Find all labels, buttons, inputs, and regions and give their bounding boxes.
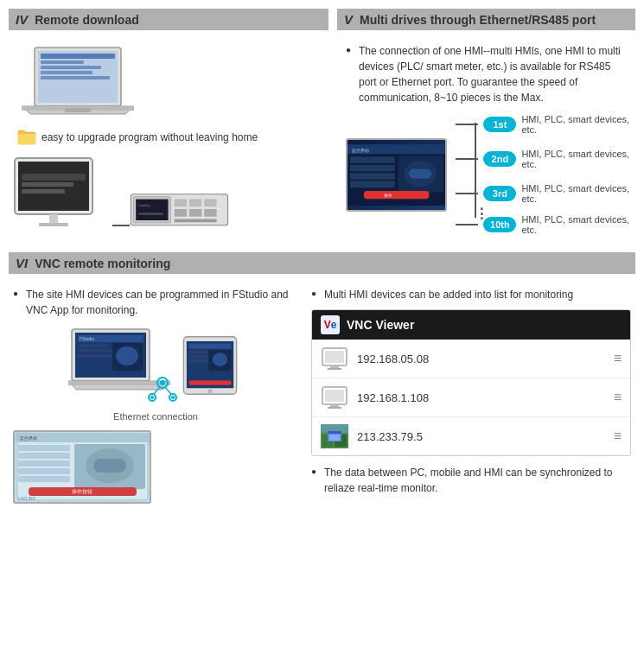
hmi-bottom-img: 监控界面 操: [13, 430, 151, 504]
easy-upgrade-text: easy to upgrade program without leaving …: [17, 130, 258, 145]
svg-point-67: [160, 380, 165, 385]
svg-rect-4: [41, 66, 101, 69]
svg-rect-85: [93, 459, 126, 473]
vnc-menu-2[interactable]: ≡: [614, 390, 622, 405]
laptop-svg: [17, 43, 138, 121]
cable-svg: [112, 217, 130, 234]
vnc-viewer-title: VNC Viewer: [347, 318, 414, 332]
svg-rect-33: [350, 164, 395, 171]
label-2nd: HMI, PLC, smart devices, etc.: [521, 149, 631, 169]
vnc-right: Multi HMI devices can be added into list…: [311, 287, 631, 504]
svg-rect-96: [328, 407, 341, 409]
section-num-v: V: [344, 12, 353, 27]
spacer2: [456, 171, 631, 181]
svg-point-71: [171, 396, 175, 399]
multi-drives-title: Multi drives through Ethernet/RS485 port: [360, 13, 596, 27]
svg-rect-82: [18, 476, 70, 482]
vnc-row-2[interactable]: 192.168.1.108 ≡: [312, 378, 630, 417]
section-num-iv: IV: [16, 12, 28, 27]
svg-rect-12: [22, 182, 73, 187]
vnc-header: VI VNC remote monitoring: [9, 252, 635, 274]
vnc-row-3[interactable]: 213.233.79.5 ≡: [312, 417, 630, 455]
svg-rect-81: [18, 468, 70, 474]
svg-rect-59: [188, 351, 207, 354]
svg-rect-39: [364, 190, 430, 198]
ethernet-label: Ethernet connection: [113, 411, 198, 422]
vnc-ip-3: 213.233.79.5: [357, 430, 605, 443]
svg-rect-94: [325, 390, 344, 402]
folder-icon: [17, 130, 36, 145]
hmi-bottom-svg: 监控界面 操: [16, 433, 150, 502]
vnc-menu-1[interactable]: ≡: [614, 351, 622, 366]
bubble-1st: 1st: [483, 117, 516, 132]
hmi-inner: 监控界面: [348, 140, 445, 210]
vnc-bottom-text: The data between PC, mobile and HMI can …: [311, 465, 631, 496]
svg-point-65: [207, 389, 212, 393]
multi-drives-section: V Multi drives through Ethernet/RS485 po…: [337, 9, 635, 239]
svg-rect-24: [189, 209, 201, 217]
svg-rect-11: [22, 174, 86, 181]
remote-download-section: IV Remote download: [9, 9, 328, 239]
vnc-logo: Ve: [321, 315, 340, 334]
svg-rect-50: [78, 344, 108, 347]
svg-text:操作按钮: 操作按钮: [72, 489, 92, 494]
svg-rect-8: [65, 108, 91, 112]
vnc-title: VNC remote monitoring: [35, 257, 170, 270]
svg-rect-79: [18, 453, 70, 459]
svg-rect-91: [330, 365, 339, 368]
vnc-menu-3[interactable]: ≡: [614, 429, 622, 444]
vnc-viewer-header: Ve VNC Viewer: [312, 310, 630, 340]
svg-point-69: [150, 396, 154, 399]
svg-text:操作: 操作: [384, 193, 392, 197]
svg-rect-61: [188, 359, 211, 363]
laptop-illustration: [17, 43, 138, 121]
svg-rect-78: [18, 445, 70, 451]
device-svg: Loading...: [130, 182, 229, 234]
rd-content: easy to upgrade program without leaving …: [9, 39, 328, 238]
svg-line-73: [165, 387, 171, 394]
svg-rect-14: [49, 214, 58, 223]
svg-rect-6: [41, 76, 110, 79]
svg-rect-35: [350, 181, 395, 187]
svg-rect-25: [204, 209, 216, 217]
hmi-bottom-inner: 监控界面 操: [15, 432, 150, 502]
svg-rect-20: [175, 200, 187, 207]
remote-download-title: Remote download: [35, 13, 139, 27]
svg-rect-23: [175, 209, 187, 217]
monitor-icon-1: [321, 346, 348, 371]
svg-rect-95: [330, 404, 339, 407]
svg-rect-5: [41, 71, 92, 74]
md-description: The connection of one HMI--multi HMIs, o…: [346, 43, 631, 105]
svg-rect-80: [18, 460, 70, 467]
connections-container: 1st HMI, PLC, smart devices, etc. 2nd HM…: [456, 114, 631, 235]
svg-rect-102: [328, 431, 341, 434]
svg-rect-32: [350, 156, 395, 163]
dots-separator: ⋮: [456, 206, 631, 213]
svg-text:UNILINK: UNILINK: [18, 496, 35, 501]
vnc-left-text: The site HMI devices can be programmed i…: [13, 287, 298, 318]
vnc-ip-1: 192.168.05.08: [357, 352, 605, 365]
upgrade-label: easy to upgrade program without leaving …: [41, 131, 258, 143]
vnc-left: The site HMI devices can be programmed i…: [13, 287, 298, 504]
remote-download-header: IV Remote download: [9, 9, 328, 30]
monitor-icon-2: [321, 385, 348, 410]
svg-rect-15: [39, 223, 68, 226]
svg-rect-52: [78, 354, 112, 358]
vnc-thumbnail: [321, 424, 348, 448]
section-num-vi: VI: [16, 256, 28, 270]
svg-rect-26: [175, 219, 217, 223]
connection-2nd: 2nd HMI, PLC, smart devices, etc.: [456, 149, 631, 169]
multi-drives-header: V Multi drives through Ethernet/RS485 po…: [337, 9, 635, 30]
svg-rect-58: [188, 344, 231, 349]
vnc-row-1[interactable]: 192.168.05.08 ≡: [312, 340, 630, 378]
connection-3rd: 3rd HMI, PLC, smart devices, etc.: [456, 183, 631, 204]
vnc-section: VI VNC remote monitoring The site HMI de…: [9, 252, 635, 508]
thumbnail-svg: [321, 424, 348, 448]
md-content: The connection of one HMI--multi HMIs, o…: [337, 39, 635, 239]
top-row: IV Remote download: [9, 9, 635, 239]
svg-rect-38: [409, 168, 431, 178]
svg-point-54: [116, 346, 138, 365]
connection-10th: 10th HMI, PLC, smart devices, etc.: [456, 214, 631, 235]
monitor-svg: [13, 156, 112, 234]
tablet-svg: [175, 335, 245, 396]
